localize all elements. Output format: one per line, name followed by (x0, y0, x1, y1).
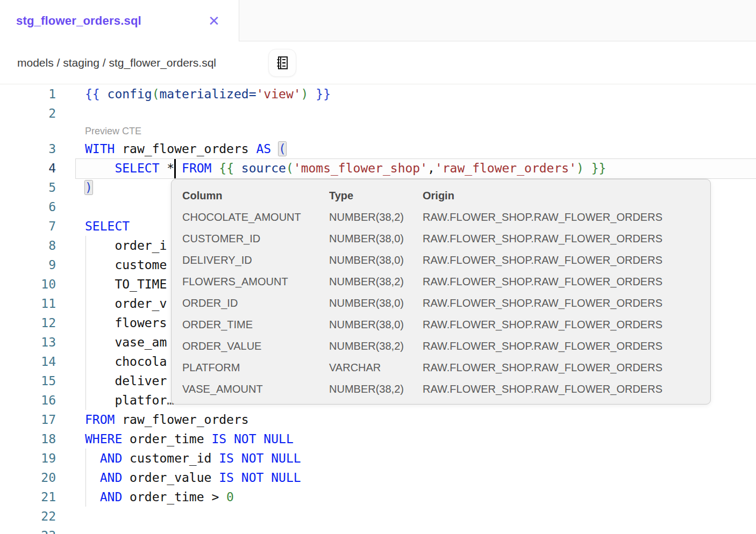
line-code: order_v (85, 294, 167, 313)
line-number: 3 (0, 139, 56, 158)
code-editor[interactable]: Preview CTE 1{{ config(materialized='vie… (0, 84, 756, 534)
popup-cell-type: NUMBER(38,0) (329, 249, 423, 271)
popup-cell-origin: RAW.FLOWER_SHOP.RAW_FLOWER_ORDERS (423, 271, 703, 292)
line-number: 18 (0, 429, 56, 449)
line-number: 7 (0, 217, 56, 236)
popup-cell-column: PLATFORM (182, 357, 329, 378)
tab-strip-empty-area (239, 0, 756, 41)
line-code: platfor… (85, 391, 174, 410)
line-number: 15 (0, 371, 56, 391)
popup-cell-origin: RAW.FLOWER_SHOP.RAW_FLOWER_ORDERS (423, 357, 703, 378)
line-number: 20 (0, 468, 56, 487)
line-code: AND customer_id IS NOT NULL (85, 449, 301, 468)
line-code: chocola (85, 352, 167, 371)
popup-cell-column: ORDER_TIME (182, 314, 329, 335)
popup-cell-origin: RAW.FLOWER_SHOP.RAW_FLOWER_ORDERS (423, 378, 703, 400)
line-number: 17 (0, 410, 56, 429)
line-number: 2 (0, 104, 56, 123)
line-code: {{ config(materialized='view') }} (85, 84, 331, 104)
line-code: ) (85, 178, 92, 197)
popup-cell-column: CUSTOMER_ID (182, 228, 329, 249)
popup-cell-origin: RAW.FLOWER_SHOP.RAW_FLOWER_ORDERS (423, 314, 703, 335)
line-code: SELECT (85, 217, 130, 236)
line-number: 4 (0, 158, 56, 178)
line-code: AND order_time > 0 (85, 487, 234, 507)
notebook-icon (274, 54, 291, 71)
source-columns-popup: ColumnTypeOriginCHOCOLATE_AMOUNTNUMBER(3… (171, 179, 711, 405)
code-line-1[interactable]: 1{{ config(materialized='view') }} (0, 84, 756, 104)
line-number: 11 (0, 294, 56, 313)
line-number: 13 (0, 333, 56, 352)
line-number: 21 (0, 487, 56, 507)
source-columns-table: ColumnTypeOriginCHOCOLATE_AMOUNTNUMBER(3… (182, 185, 703, 400)
popup-cell-origin: RAW.FLOWER_SHOP.RAW_FLOWER_ORDERS (423, 228, 703, 249)
popup-cell-type: NUMBER(38,0) (329, 292, 423, 314)
breadcrumb[interactable]: models / staging / stg_flower_orders.sql (17, 42, 216, 84)
line-number: 22 (0, 507, 56, 526)
popup-cell-column: DELIVERY_ID (182, 249, 329, 271)
code-line-3[interactable]: 3WITH raw_flower_orders AS ( (0, 139, 756, 158)
line-number: 23 (0, 526, 56, 534)
popup-cell-column: VASE_AMOUNT (182, 378, 329, 400)
tab-title[interactable]: stg_flower_orders.sql (16, 0, 141, 42)
popup-cell-type: NUMBER(38,2) (329, 206, 423, 228)
tab-bar: stg_flower_orders.sql ✕ (0, 0, 756, 42)
line-number: 19 (0, 449, 56, 468)
popup-cell-origin: RAW.FLOWER_SHOP.RAW_FLOWER_ORDERS (423, 206, 703, 228)
popup-column-header: Column (182, 185, 329, 206)
code-line-4[interactable]: 4 SELECT * FROM {{ source('moms_flower_s… (0, 158, 756, 178)
line-number: 5 (0, 178, 56, 197)
file-outline-button[interactable] (268, 49, 296, 77)
popup-column-header: Type (329, 185, 423, 206)
text-cursor (174, 159, 176, 178)
line-code: custome (85, 255, 167, 275)
line-number: 9 (0, 255, 56, 275)
line-code: AND order_value IS NOT NULL (85, 468, 301, 487)
line-code: order_i (85, 236, 167, 255)
popup-cell-origin: RAW.FLOWER_SHOP.RAW_FLOWER_ORDERS (423, 292, 703, 314)
popup-column-header: Origin (423, 185, 703, 206)
line-code: vase_am (85, 333, 167, 352)
breadcrumb-bar: models / staging / stg_flower_orders.sql (0, 42, 756, 84)
popup-cell-origin: RAW.FLOWER_SHOP.RAW_FLOWER_ORDERS (423, 335, 703, 357)
popup-cell-type: VARCHAR (329, 357, 423, 378)
ide-window: stg_flower_orders.sql ✕ models / staging… (0, 0, 756, 534)
code-line-19[interactable]: 19 AND customer_id IS NOT NULL (0, 449, 756, 468)
line-code: flowers (85, 313, 167, 333)
code-line-22[interactable]: 22 (0, 507, 756, 526)
line-number: 6 (0, 197, 56, 217)
line-code: SELECT * FROM {{ source('moms_flower_sho… (85, 158, 606, 178)
code-line-2[interactable]: 2 (0, 104, 756, 123)
line-number: 14 (0, 352, 56, 371)
popup-cell-column: CHOCOLATE_AMOUNT (182, 206, 329, 228)
popup-cell-column: ORDER_ID (182, 292, 329, 314)
tab-stg-flower-orders[interactable]: stg_flower_orders.sql ✕ (0, 0, 239, 42)
code-line-23[interactable]: 23 (0, 526, 756, 534)
line-number: 10 (0, 275, 56, 294)
popup-cell-type: NUMBER(38,0) (329, 228, 423, 249)
line-code: TO_TIME (85, 275, 167, 294)
close-icon[interactable]: ✕ (206, 13, 222, 29)
code-line-21[interactable]: 21 AND order_time > 0 (0, 487, 756, 507)
line-number: 1 (0, 84, 56, 104)
popup-cell-type: NUMBER(38,2) (329, 335, 423, 357)
line-code: WITH raw_flower_orders AS ( (85, 139, 286, 158)
line-number: 8 (0, 236, 56, 255)
popup-cell-origin: RAW.FLOWER_SHOP.RAW_FLOWER_ORDERS (423, 249, 703, 271)
line-number: 12 (0, 313, 56, 333)
line-code: FROM raw_flower_orders (85, 410, 249, 429)
code-lens-preview-cte[interactable]: Preview CTE (85, 123, 141, 139)
line-code: deliver (85, 371, 167, 391)
code-line-20[interactable]: 20 AND order_value IS NOT NULL (0, 468, 756, 487)
popup-cell-type: NUMBER(38,0) (329, 314, 423, 335)
line-number: 16 (0, 391, 56, 410)
popup-cell-type: NUMBER(38,2) (329, 271, 423, 292)
code-line-17[interactable]: 17FROM raw_flower_orders (0, 410, 756, 429)
popup-cell-type: NUMBER(38,2) (329, 378, 423, 400)
popup-cell-column: ORDER_VALUE (182, 335, 329, 357)
popup-cell-column: FLOWERS_AMOUNT (182, 271, 329, 292)
code-line-18[interactable]: 18WHERE order_time IS NOT NULL (0, 429, 756, 449)
line-code: WHERE order_time IS NOT NULL (85, 429, 294, 449)
